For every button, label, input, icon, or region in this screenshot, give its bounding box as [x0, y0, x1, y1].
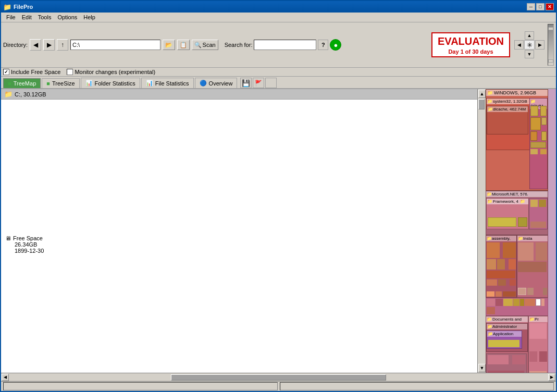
include-free-space-label: Include Free Space [11, 69, 60, 75]
save-button[interactable]: 💾 [240, 78, 252, 88]
hscroll-right-btn[interactable]: ▶ [548, 374, 555, 381]
minimize-button[interactable]: ─ [527, 3, 535, 10]
hscroll-thumb[interactable] [171, 374, 386, 381]
tree-map-canvas[interactable]: 🖥 Free Space 26.34GB 1899-12-30 [1, 100, 477, 373]
insta-sub5 [527, 288, 534, 295]
free-space-date: 1899-12-30 [5, 248, 44, 254]
close-button[interactable]: ✕ [546, 3, 554, 10]
drv-sub1 [530, 106, 538, 116]
title-bar-buttons: ─ □ ✕ [527, 3, 554, 10]
tab-file-statistics[interactable]: 📊 File Statistics [141, 78, 194, 88]
hscroll-left-btn[interactable]: ◀ [2, 374, 9, 381]
insta-sub3 [518, 262, 547, 272]
browse-folder-button[interactable]: 📂 [163, 40, 175, 50]
treemap-tab-icon: ■ [8, 80, 11, 87]
hscroll-track [9, 374, 548, 381]
compass-right[interactable]: ▶ [535, 40, 544, 50]
search-go-button[interactable]: ● [330, 39, 341, 51]
menu-options[interactable]: Options [54, 14, 80, 21]
tab-overview[interactable]: 🔵 Overview [195, 78, 238, 88]
drv-sub6 [541, 131, 547, 141]
windows-folder-block[interactable]: 📁 WINDOWS, 2.96GB 📁 system32, 1.32GB 📁dl… [486, 89, 548, 191]
up-button[interactable]: ↑ [57, 39, 68, 51]
drv-sub9 [540, 149, 547, 154]
free-space-label: Free Space [13, 235, 43, 241]
scroll-thumb[interactable] [478, 99, 485, 109]
treesize-tab-icon: ■ [46, 80, 50, 87]
monitor-changes-checkbox[interactable]: Monitor changes (experimental) [67, 69, 155, 75]
documents-folder-block[interactable]: 📁Documents and 📁Administrator 📁Applicati… [486, 316, 528, 373]
insta-folder-block[interactable]: 📁Insta [517, 235, 548, 298]
framework-folder-block[interactable]: 📁Framework, 4 📁 [486, 198, 529, 229]
menu-tools[interactable]: Tools [35, 14, 55, 21]
maximize-button[interactable]: □ [536, 3, 544, 10]
free-space-item[interactable]: 🖥 Free Space 26.34GB 1899-12-30 [5, 235, 44, 254]
menu-help[interactable]: Help [80, 14, 98, 21]
system32-folder-block[interactable]: 📁 system32, 1.32GB 📁dlcache, 462.74M [486, 98, 530, 150]
include-free-space-cb[interactable] [3, 69, 9, 75]
nav-cluster: ▲ ◀ ✳ ▶ ▼ [514, 31, 544, 58]
directory-input[interactable] [70, 40, 160, 50]
application-folder-block[interactable]: 📁Application [487, 330, 522, 349]
drv51-folder-block[interactable]: 📁DRV51 [529, 98, 548, 189]
dotnet-sub-right [529, 198, 548, 229]
scroll-down-button[interactable]: ▼ [478, 364, 486, 372]
directory-label: Directory: [3, 42, 28, 48]
scroll-up-button[interactable]: ▲ [478, 90, 486, 98]
flag-button[interactable]: 🚩 [253, 78, 264, 88]
insta-sub4 [518, 288, 526, 295]
treemap-tab-label: TreeMap [14, 80, 36, 87]
drv-sub3 [530, 117, 541, 130]
tab-treemap[interactable]: ■ TreeMap [3, 78, 41, 88]
pr-folder-block[interactable]: 📁Pr [528, 316, 548, 373]
asm-sub1 [487, 242, 500, 258]
tab-folder-statistics[interactable]: 📊 Folder Statistics [81, 78, 140, 88]
scan-button[interactable]: 🔍 Scan [192, 40, 218, 50]
search-help-button[interactable]: ? [318, 40, 328, 50]
tab-treesize[interactable]: ■ TreeSize [42, 78, 79, 88]
title-bar: 📁 FilePro ─ □ ✕ [1, 1, 556, 13]
horizontal-scrollbar: ◀ ▶ [1, 373, 556, 381]
drv-sub4 [541, 117, 547, 125]
slider-top-marker [548, 27, 553, 30]
asm-sub5 [509, 259, 516, 270]
zoom-slider[interactable] [548, 24, 554, 66]
checkbox-row: Include Free Space Monitor changes (expe… [1, 68, 556, 77]
asm-sub11 [496, 291, 502, 297]
extra-button[interactable] [265, 78, 277, 88]
browse-button[interactable]: 📋 [177, 40, 190, 50]
compass-down[interactable]: ▼ [525, 50, 534, 58]
dlcache-folder-block[interactable]: 📁dlcache, 462.74M [487, 106, 528, 134]
tab-bar: ■ TreeMap ■ TreeSize 📊 Folder Statistics… [1, 77, 556, 89]
status-bar [1, 381, 556, 391]
overview-icon: 🔵 [200, 80, 207, 87]
eval-title: EVALUATION [438, 34, 504, 48]
folder-header-icon: 📁 [4, 90, 13, 98]
windows-folder-label: WINDOWS, 2.96GB [494, 90, 536, 95]
forward-button[interactable]: ▶ [43, 39, 55, 51]
drv-sub5 [530, 131, 537, 141]
include-free-space-checkbox[interactable]: Include Free Space [3, 69, 60, 75]
monitor-changes-cb[interactable] [67, 69, 73, 75]
insta-sub2 [536, 242, 547, 261]
drv-sub8 [530, 149, 538, 154]
compass-center: ✳ [524, 40, 535, 50]
menu-bar: File Edit Tools Options Help [1, 13, 556, 22]
compass-left[interactable]: ◀ [514, 40, 524, 50]
back-button[interactable]: ◀ [30, 39, 41, 51]
folder-stats-icon: 📊 [85, 80, 93, 87]
assembly-folder-block[interactable]: 📁assembly, [486, 235, 517, 298]
search-input[interactable] [254, 40, 316, 50]
toolbar-area: Directory: ◀ ▶ ↑ 📂 📋 🔍 Scan Search for: … [1, 22, 556, 89]
dotnet-folder-block[interactable]: 📁Microsoft.NET, 576. 📁Framework, 4 📁 [486, 191, 548, 235]
asm-sub4 [497, 259, 505, 270]
file-stats-icon: 📊 [146, 80, 153, 87]
folder-header: 📁 C:, 30.12GB [1, 89, 477, 100]
search-section: Search for: ? ● [225, 39, 342, 51]
slider-bottom-marker [548, 59, 553, 63]
compass-up[interactable]: ▲ [525, 31, 534, 40]
menu-edit[interactable]: Edit [19, 14, 35, 21]
right-visualization-panel: 📁 WINDOWS, 2.96GB 📁 system32, 1.32GB 📁dl… [486, 89, 556, 373]
admin-folder-block[interactable]: 📁Administrator 📁Application [486, 323, 528, 352]
menu-file[interactable]: File [3, 14, 19, 21]
